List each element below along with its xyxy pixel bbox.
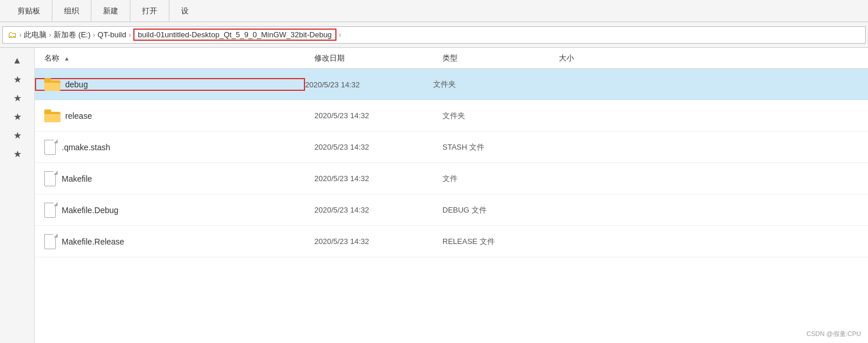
- home-icon: 🗂: [8, 30, 17, 40]
- main-layout: ▲ ★ ★ ★ ★ ★ 名称 ▲ 修改日期 类型 大小 debug2020/5/…: [0, 48, 868, 343]
- cell-name-3: Makefile: [35, 171, 314, 186]
- toolbar-new-label: 新建: [103, 6, 118, 16]
- addr-qt-build[interactable]: QT-build: [98, 30, 126, 39]
- folder-icon: [44, 78, 61, 91]
- addr-sep-2: ›: [49, 31, 51, 39]
- col-header-name[interactable]: 名称 ▲: [35, 53, 314, 63]
- toolbar-open: 打开: [130, 0, 169, 22]
- file-icon: [44, 171, 57, 186]
- sidebar-pin-2[interactable]: ★: [9, 91, 26, 105]
- sort-arrow-icon: ▲: [64, 55, 70, 62]
- toolbar-new: 新建: [91, 0, 130, 22]
- addr-sep-1: ›: [19, 31, 22, 39]
- sidebar-pin-5[interactable]: ★: [9, 147, 26, 161]
- toolbar-settings: 设: [169, 0, 200, 22]
- cell-name-2: .qmake.stash: [35, 140, 314, 155]
- col-header-date[interactable]: 修改日期: [314, 53, 442, 63]
- file-name: Makefile.Debug: [62, 206, 118, 215]
- toolbar-organize: 组织: [52, 0, 91, 22]
- cell-date-0: 2020/5/23 14:32: [305, 80, 433, 89]
- col-size-label: 大小: [559, 54, 574, 62]
- toolbar: 剪贴板 组织 新建 打开 设: [0, 0, 868, 22]
- col-type-label: 类型: [442, 54, 458, 62]
- file-area: 名称 ▲ 修改日期 类型 大小 debug2020/5/23 14:32文件夹r…: [35, 48, 868, 343]
- table-row[interactable]: .qmake.stash2020/5/23 14:32STASH 文件: [35, 132, 868, 163]
- address-bar[interactable]: 🗂 › 此电脑 › 新加卷 (E:) › QT-build › build-01…: [2, 26, 866, 44]
- file-icon: [44, 203, 57, 218]
- table-row[interactable]: Makefile2020/5/23 14:32文件: [35, 163, 868, 195]
- file-name: .qmake.stash: [62, 143, 110, 152]
- cell-type-0: 文件夹: [433, 79, 550, 90]
- file-list: debug2020/5/23 14:32文件夹release2020/5/23 …: [35, 69, 868, 257]
- cell-type-5: RELEASE 文件: [442, 236, 559, 247]
- cell-date-4: 2020/5/23 14:32: [314, 206, 442, 214]
- addr-current-folder[interactable]: build-01untitled-Desktop_Qt_5_9_0_MinGW_…: [133, 29, 336, 41]
- file-name: Makefile: [62, 174, 92, 183]
- table-row[interactable]: release2020/5/23 14:32文件夹: [35, 100, 868, 132]
- toolbar-settings-label: 设: [181, 6, 189, 16]
- addr-sep-4: ›: [129, 31, 131, 39]
- col-header-size[interactable]: 大小: [559, 53, 617, 63]
- folder-icon: [44, 109, 61, 122]
- file-icon: [44, 140, 57, 155]
- col-header-type[interactable]: 类型: [442, 53, 559, 63]
- addr-drive[interactable]: 新加卷 (E:): [54, 30, 91, 40]
- table-row[interactable]: Makefile.Debug2020/5/23 14:32DEBUG 文件: [35, 195, 868, 226]
- table-row[interactable]: Makefile.Release2020/5/23 14:32RELEASE 文…: [35, 226, 868, 257]
- cell-name-1: release: [35, 109, 314, 122]
- cell-name-0: debug: [35, 78, 305, 91]
- cell-type-1: 文件夹: [442, 111, 559, 121]
- watermark: CSDN @假童:CPU: [806, 330, 861, 338]
- toolbar-organize-label: 组织: [64, 6, 79, 16]
- col-date-label: 修改日期: [314, 54, 345, 62]
- file-icon: [44, 234, 57, 249]
- cell-date-1: 2020/5/23 14:32: [314, 111, 442, 120]
- sidebar-pin-1[interactable]: ★: [9, 72, 26, 86]
- address-bar-container: 🗂 › 此电脑 › 新加卷 (E:) › QT-build › build-01…: [0, 22, 868, 48]
- sidebar-pin-3[interactable]: ★: [9, 109, 26, 123]
- sidebar-pin-4[interactable]: ★: [9, 128, 26, 142]
- table-row[interactable]: debug2020/5/23 14:32文件夹: [35, 69, 868, 100]
- addr-sep-3: ›: [93, 31, 95, 39]
- cell-type-3: 文件: [442, 174, 559, 184]
- cell-date-3: 2020/5/23 14:32: [314, 174, 442, 183]
- cell-date-5: 2020/5/23 14:32: [314, 237, 442, 246]
- file-name: debug: [65, 80, 88, 89]
- addr-sep-5: ›: [339, 31, 341, 39]
- cell-name-5: Makefile.Release: [35, 234, 314, 249]
- toolbar-clipboard-label: 剪贴板: [17, 6, 40, 16]
- cell-type-2: STASH 文件: [442, 142, 559, 153]
- toolbar-clipboard: 剪贴板: [6, 0, 52, 22]
- cell-date-2: 2020/5/23 14:32: [314, 143, 442, 151]
- file-name: Makefile.Release: [62, 237, 124, 246]
- cell-type-4: DEBUG 文件: [442, 205, 559, 215]
- sidebar: ▲ ★ ★ ★ ★ ★: [0, 48, 35, 343]
- file-name: release: [65, 111, 92, 121]
- cell-name-4: Makefile.Debug: [35, 203, 314, 218]
- addr-this-pc[interactable]: 此电脑: [24, 30, 47, 40]
- column-headers: 名称 ▲ 修改日期 类型 大小: [35, 48, 868, 69]
- col-name-label: 名称: [44, 54, 59, 62]
- sidebar-scroll-up[interactable]: ▲: [9, 54, 26, 68]
- toolbar-open-label: 打开: [142, 6, 157, 16]
